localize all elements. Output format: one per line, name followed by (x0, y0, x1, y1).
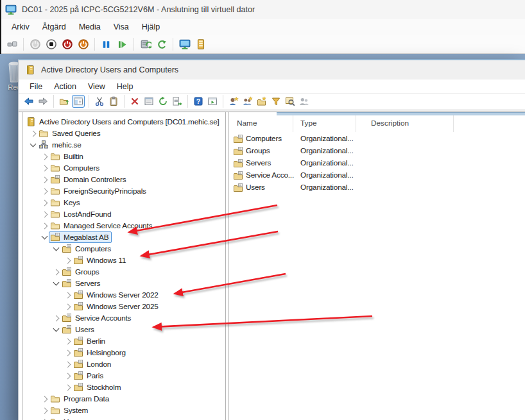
aduc-menu-help[interactable]: Help (111, 80, 139, 94)
vm-menu-media[interactable]: Media (73, 19, 107, 35)
tree-item-system[interactable]: System (22, 405, 225, 416)
chevron-right-icon[interactable] (63, 256, 72, 265)
tree-item-mehic-se[interactable]: mehic.se (22, 139, 225, 151)
column-header-type[interactable]: Type (300, 115, 317, 132)
column-separator[interactable] (453, 115, 454, 132)
find-icon[interactable] (284, 95, 297, 108)
paste-icon[interactable] (107, 95, 120, 108)
help-icon[interactable]: ? (192, 95, 205, 108)
tree-item-foreignsecurityprincipals[interactable]: ForeignSecurityPrincipals (22, 185, 225, 197)
new-group-icon[interactable] (241, 95, 254, 108)
tree-item-london[interactable]: London (22, 358, 225, 370)
properties-icon[interactable] (142, 95, 155, 108)
aduc-menu-file[interactable]: File (24, 80, 48, 94)
delete-icon[interactable] (128, 95, 141, 108)
turn-off-icon[interactable] (44, 38, 58, 51)
list-row-users[interactable]: UsersOrganizational... (229, 181, 525, 194)
chevron-right-icon[interactable] (40, 198, 49, 207)
chevron-down-icon[interactable] (51, 325, 60, 334)
chevron-right-icon[interactable] (63, 371, 72, 380)
tree-item-stockholm[interactable]: Stockholm (22, 382, 225, 393)
show-console-tree-icon[interactable] (72, 95, 85, 108)
list-row-service-acco[interactable]: Service Acco...Organizational... (229, 169, 525, 181)
tree-item-groups[interactable]: Groups (22, 266, 225, 278)
chevron-right-icon[interactable] (40, 417, 49, 420)
devices-icon[interactable] (194, 38, 207, 51)
guest-desktop[interactable]: Rec Active Directory Users and Computers… (0, 54, 525, 420)
chevron-right-icon[interactable] (40, 394, 49, 403)
chevron-right-icon[interactable] (63, 302, 72, 311)
chevron-down-icon[interactable] (40, 233, 49, 242)
revert-icon[interactable] (155, 38, 168, 51)
chevron-right-icon[interactable] (40, 152, 49, 161)
tree-item-saved-queries[interactable]: Saved Queries (22, 128, 225, 139)
start-icon[interactable] (28, 38, 42, 51)
chevron-down-icon[interactable] (28, 140, 37, 149)
chevron-right-icon[interactable] (63, 383, 72, 392)
tree-item-domain-controllers[interactable]: Domain Controllers (22, 174, 225, 185)
tree-item-megablast-ab[interactable]: Megablast AB (22, 231, 225, 243)
chevron-right-icon[interactable] (40, 210, 49, 219)
aduc-titlebar[interactable]: Active Directory Users and Computers (19, 60, 525, 80)
filter-icon[interactable] (270, 95, 282, 108)
new-user-icon[interactable] (227, 95, 240, 108)
chevron-right-icon[interactable] (63, 360, 72, 369)
chevron-down-icon[interactable] (51, 244, 60, 253)
tree-item-keys[interactable]: Keys (22, 197, 225, 208)
export-list-icon[interactable] (171, 95, 184, 108)
cut-icon[interactable] (93, 95, 106, 108)
column-header-description[interactable]: Description (371, 115, 409, 132)
ctrl-alt-del-icon[interactable] (5, 38, 19, 51)
save-state-icon[interactable] (76, 38, 90, 51)
column-separator[interactable] (293, 115, 293, 132)
enhanced-session-icon[interactable] (178, 38, 191, 51)
tree-item-active-directory-users-and-computers-dc01-mehic-se[interactable]: Active Directory Users and Computers [DC… (22, 116, 225, 128)
chevron-right-icon[interactable] (40, 164, 49, 172)
chevron-right-icon[interactable] (63, 290, 72, 299)
aduc-menu-view[interactable]: View (82, 80, 111, 94)
tree-item-computers[interactable]: Computers (22, 243, 225, 255)
chevron-right-icon[interactable] (40, 187, 49, 196)
tree-item-users[interactable]: Users (22, 324, 225, 335)
refresh-icon[interactable] (157, 95, 169, 108)
tree-item-servers[interactable]: Servers (22, 278, 225, 289)
tree-item-lostandfound[interactable]: LostAndFound (22, 208, 225, 220)
vm-menu-arkiv[interactable]: Arkiv (5, 19, 36, 35)
vm-menu-hjlp[interactable]: Hjälp (135, 19, 167, 35)
back-icon[interactable] (22, 95, 35, 108)
tree-item-service-accounts[interactable]: Service Accounts (22, 312, 225, 324)
tree-item-windows-server-2025[interactable]: Windows Server 2025 (22, 301, 225, 312)
reset-icon[interactable] (116, 38, 129, 51)
chevron-right-icon[interactable] (63, 348, 72, 357)
tree-item-paris[interactable]: Paris (22, 370, 225, 382)
tree-item-builtin[interactable]: Builtin (22, 151, 225, 162)
list-row-computers[interactable]: ComputersOrganizational... (229, 133, 525, 145)
pause-icon[interactable] (99, 38, 113, 51)
tree-item-berlin[interactable]: Berlin (22, 335, 225, 347)
chevron-down-icon[interactable] (51, 279, 60, 288)
shut-down-icon[interactable] (60, 38, 74, 51)
aduc-menu-action[interactable]: Action (48, 80, 82, 94)
chevron-right-icon[interactable] (40, 175, 49, 184)
vm-menu-visa[interactable]: Visa (107, 19, 135, 35)
tree-item-windows-11[interactable]: Windows 11 (22, 255, 225, 266)
vm-menu-tgrd[interactable]: Åtgärd (36, 19, 73, 35)
delegation-icon[interactable] (298, 95, 311, 108)
vm-window-titlebar[interactable]: DC01 - 2025 på ICPC-5CG5212V6M - Anslutn… (0, 0, 525, 19)
list-row-servers[interactable]: ServersOrganizational... (229, 157, 525, 169)
up-one-level-icon[interactable] (58, 95, 71, 108)
chevron-right-icon[interactable] (28, 129, 37, 138)
tree-item-program-data[interactable]: Program Data (22, 393, 225, 405)
chevron-right-icon[interactable] (63, 337, 72, 346)
column-header-name[interactable]: Name (237, 115, 257, 132)
chevron-right-icon[interactable] (40, 406, 49, 415)
chevron-right-icon[interactable] (51, 314, 60, 323)
list-row-groups[interactable]: GroupsOrganizational... (229, 145, 525, 157)
tree-item-computers[interactable]: Computers (22, 162, 225, 174)
chevron-right-icon[interactable] (51, 267, 60, 276)
checkpoint-icon[interactable] (139, 38, 152, 51)
column-separator[interactable] (356, 115, 356, 132)
tree-item-windows-server-2022[interactable]: Windows Server 2022 (22, 289, 225, 301)
new-ou-icon[interactable] (255, 95, 268, 108)
tree-item-users[interactable]: Users (22, 416, 225, 420)
